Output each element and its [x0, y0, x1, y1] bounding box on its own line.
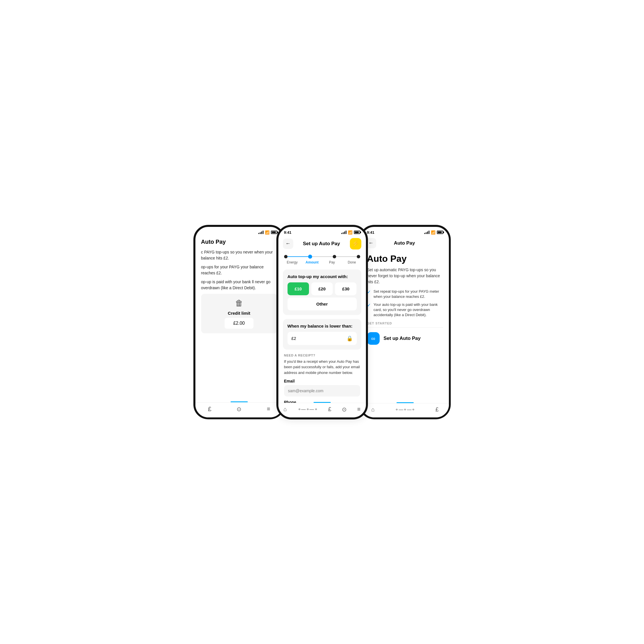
right-bottom-nav: ⌂ ⚬—⚬—⚬ £: [361, 402, 449, 417]
step-label-amount: Amount: [302, 260, 322, 264]
lightning-button[interactable]: ⚡: [350, 238, 361, 249]
get-started-label: GET STARTED: [367, 322, 443, 325]
setup-btn-label: Set up Auto Pay: [384, 336, 421, 341]
divider: [367, 327, 443, 328]
lock-icon: 🔒: [346, 335, 353, 342]
right-status-icons: 📶: [424, 230, 443, 235]
center-back-button[interactable]: ←: [283, 239, 293, 249]
center-nav-bar: ⌂ ⚬—⚬—⚬ £ ⊙ ≡: [278, 403, 366, 417]
check-item-2: ✓ Your auto top-up is paid with your ban…: [367, 302, 443, 318]
step-label-energy: Energy: [282, 260, 302, 264]
amount-btn-30[interactable]: £30: [335, 282, 356, 295]
right-nav-pounds[interactable]: £: [435, 406, 439, 413]
left-content: Auto Pay c PAYG top-ups so you never whe…: [195, 236, 283, 333]
step-line-3: [336, 256, 357, 257]
check-text-1: Set repeat top-ups for your PAYG meter w…: [374, 289, 443, 299]
step-label-done: Done: [342, 260, 362, 264]
right-wifi-icon: 📶: [431, 230, 435, 235]
amount-options: £10 £20 £30 Other: [288, 282, 357, 310]
amount-btn-20[interactable]: £20: [311, 282, 333, 295]
step-dot-energy: [284, 255, 288, 258]
center-bottom-nav: ⌂ ⚬—⚬—⚬ £ ⊙ ≡: [278, 402, 366, 417]
step-dot-pay: [333, 255, 336, 258]
right-time: 9:41: [367, 230, 374, 235]
trash-icon: 🗑: [235, 298, 243, 308]
right-phone: 9:41 📶 ← Auto Pay Auto Pay Set up automa…: [359, 225, 451, 419]
receipt-description: If you'd like a receipt when your Auto P…: [284, 359, 360, 376]
balance-section: When my balance is lower than: £2 🔒: [283, 319, 361, 350]
center-header-title: Set up Auto Pay: [303, 241, 340, 247]
left-status-icons: 📶: [258, 230, 277, 235]
receipt-heading: NEED A RECEIPT?: [284, 354, 360, 357]
left-bottom-nav: £ ⊙ ≡: [195, 401, 283, 417]
step-label-pay: Pay: [322, 260, 342, 264]
right-header: ← Auto Pay: [361, 236, 449, 251]
right-status-bar: 9:41 📶: [361, 227, 449, 236]
center-wifi-icon: 📶: [348, 230, 352, 235]
right-nav-activity[interactable]: ⚬—⚬—⚬: [395, 407, 415, 412]
center-signal-icon: [341, 231, 346, 234]
left-body1: c PAYG top-ups so you never when your ba…: [201, 249, 277, 261]
email-label: Email: [284, 379, 360, 383]
step-labels: Energy Amount Pay Done: [278, 260, 366, 267]
center-battery-icon: [354, 231, 360, 234]
amount-section-label: Auto top-up my account with:: [288, 274, 357, 279]
credit-limit-label: Credit limit: [228, 311, 250, 316]
center-nav-activity[interactable]: ⚬—⚬—⚬: [298, 407, 318, 412]
left-credit-card: 🗑 Credit limit £2.00: [201, 294, 277, 333]
left-nav-pounds[interactable]: £: [208, 405, 211, 413]
wifi-icon: 📶: [265, 230, 270, 235]
lightning-icon: ⚡: [352, 240, 359, 247]
left-phone: 📶 Auto Pay c PAYG top-ups so you never w…: [193, 225, 285, 419]
right-page-title: Auto Pay: [367, 253, 443, 264]
infinity-icon: ∞: [367, 332, 380, 345]
center-status-bar: 9:41 📶: [278, 227, 366, 236]
signal-icon: [258, 231, 263, 234]
check-item-1: ✓ Set repeat top-ups for your PAYG meter…: [367, 289, 443, 299]
right-signal-icon: [424, 231, 429, 234]
right-nav-bar: ⌂ ⚬—⚬—⚬ £: [361, 403, 449, 417]
right-content: Auto Pay Set up automatic PAYG top-ups s…: [361, 253, 449, 347]
right-battery-icon: [437, 231, 443, 234]
right-header-title: Auto Pay: [394, 240, 415, 246]
receipt-section: NEED A RECEIPT? If you'd like a receipt …: [283, 354, 361, 405]
step-dot-done: [357, 255, 360, 258]
balance-label: When my balance is lower than:: [288, 324, 357, 328]
amount-btn-other[interactable]: Other: [288, 298, 357, 310]
step-line-1: [288, 256, 308, 257]
left-page-title: Auto Pay: [201, 239, 277, 245]
left-body2: op-ups for your PAYG your balance reache…: [201, 264, 277, 276]
center-nav-menu[interactable]: ≡: [357, 406, 360, 413]
center-phone: 9:41 📶 ← Set up Auto Pay ⚡: [276, 225, 368, 419]
center-nav-help[interactable]: ⊙: [342, 406, 347, 413]
center-content: Auto top-up my account with: £10 £20 £30…: [278, 267, 366, 411]
left-body3: op-up is paid with your bank ll never go…: [201, 279, 277, 291]
center-nav-home[interactable]: ⌂: [284, 406, 287, 413]
setup-auto-pay-button[interactable]: ∞ Set up Auto Pay: [367, 330, 443, 346]
center-status-icons: 📶: [341, 230, 360, 235]
battery-icon: [271, 231, 277, 234]
amount-btn-10[interactable]: £10: [288, 282, 309, 295]
step-line-2: [312, 256, 333, 257]
step-dot-amount: [308, 255, 312, 259]
progress-bar: [278, 252, 366, 260]
email-input[interactable]: [284, 385, 360, 397]
center-header: ← Set up Auto Pay ⚡: [278, 236, 366, 252]
balance-input-row: £2 🔒: [288, 332, 357, 345]
right-nav-home[interactable]: ⌂: [371, 406, 375, 413]
left-status-bar: 📶: [195, 227, 283, 236]
credit-amount: £2.00: [225, 318, 253, 329]
left-nav-menu[interactable]: ≡: [267, 406, 270, 412]
left-nav-help[interactable]: ⊙: [237, 406, 241, 413]
left-nav-bar: £ ⊙ ≡: [195, 402, 283, 417]
check-text-2: Your auto top-up is paid with your bank …: [374, 302, 443, 318]
center-nav-pounds[interactable]: £: [328, 406, 331, 413]
amount-section: Auto top-up my account with: £10 £20 £30…: [283, 270, 361, 315]
balance-value: £2: [292, 336, 296, 341]
center-time: 9:41: [284, 230, 292, 235]
right-description: Set up automatic PAYG top-ups so you nev…: [367, 267, 443, 285]
